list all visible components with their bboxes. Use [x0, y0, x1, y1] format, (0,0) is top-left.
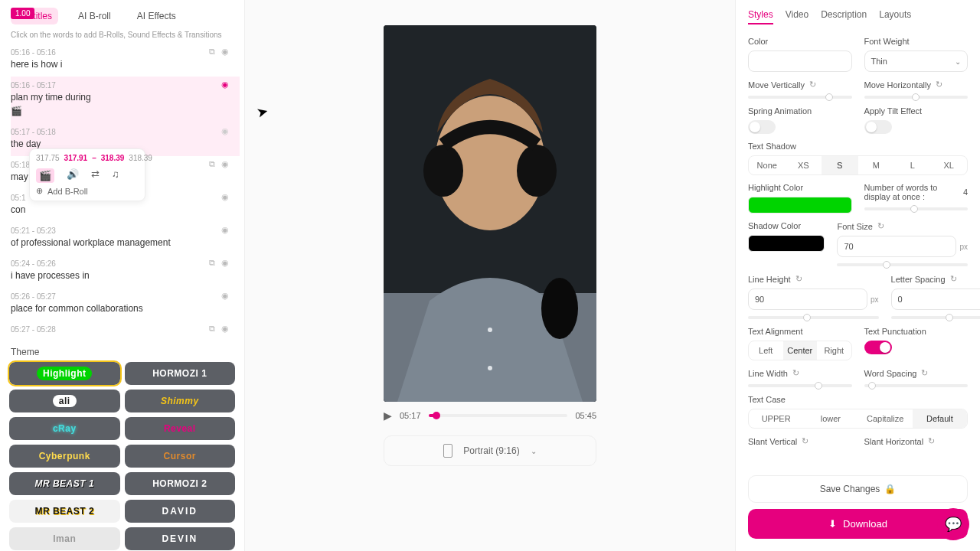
subtitle-row[interactable]: 05:16 - 05:17 plan my time during 🎬 ◉ — [11, 77, 240, 123]
theme-mrbeast2[interactable]: MR BEAST 2 — [9, 500, 120, 523]
line-height-slider[interactable] — [748, 316, 879, 319]
reset-icon[interactable]: ↻ — [802, 436, 808, 446]
case-upper[interactable]: UPPER — [749, 409, 803, 428]
tab-video[interactable]: Video — [786, 9, 808, 24]
highlight-color-swatch[interactable] — [748, 197, 852, 214]
font-weight-select[interactable]: Thin⌄ — [864, 51, 969, 72]
eye-icon[interactable]: ◉ — [221, 126, 229, 136]
shadow-color-swatch[interactable] — [748, 235, 825, 252]
letter-spacing-input[interactable] — [891, 289, 980, 310]
subtitle-row[interactable]: 05:21 - 05:23 of professional workplace … — [11, 222, 240, 255]
theme-reveal[interactable]: Reveal — [125, 417, 236, 440]
broll-icon[interactable]: 🎬 — [36, 168, 54, 183]
font-size-slider[interactable] — [837, 263, 968, 266]
theme-mrbeast1[interactable]: MR BEAST 1 — [9, 472, 120, 495]
align-center[interactable]: Center — [783, 341, 818, 360]
theme-devin[interactable]: DEVIN — [125, 527, 236, 550]
shadow-xl[interactable]: XL — [931, 156, 968, 174]
music-icon[interactable]: ♫ — [112, 168, 119, 183]
eye-icon[interactable]: ◉ — [221, 225, 229, 235]
copy-icon[interactable]: ⧉ — [209, 159, 215, 169]
eye-icon[interactable]: ◉ — [221, 291, 229, 301]
subtitle-row[interactable]: 05:27 - 05:28 ⧉◉ — [11, 321, 240, 341]
download-button[interactable]: ⬇Download — [748, 509, 968, 539]
broll-marker-icon[interactable]: 🎬 — [11, 106, 22, 116]
tab-description[interactable]: Description — [821, 9, 867, 24]
case-default[interactable]: Default — [913, 409, 967, 428]
letter-spacing-slider[interactable] — [891, 316, 980, 319]
reset-icon[interactable]: ↻ — [921, 368, 928, 378]
reset-icon[interactable]: ↻ — [877, 221, 884, 231]
shadow-m[interactable]: M — [858, 156, 895, 174]
shadow-s[interactable]: S — [822, 156, 858, 174]
reset-icon[interactable]: ↻ — [809, 80, 816, 90]
tab-layouts[interactable]: Layouts — [879, 9, 911, 24]
text-alignment-segment: Left Center Right — [748, 341, 852, 360]
theme-cyberpunk[interactable]: Cyberpunk — [9, 445, 120, 468]
eye-icon[interactable]: ◉ — [221, 159, 229, 169]
word-spacing-slider[interactable] — [864, 384, 969, 387]
font-size-input[interactable] — [837, 236, 956, 257]
eye-icon[interactable]: ◉ — [221, 258, 229, 268]
words-count-value: 4 — [963, 187, 968, 197]
shadow-l[interactable]: L — [894, 156, 931, 174]
subtitle-row[interactable]: 05:16 - 05:16 here is how i ⧉◉ — [11, 44, 240, 77]
reset-icon[interactable]: ↻ — [795, 274, 802, 284]
subtitle-text: the day — [11, 139, 240, 149]
eye-icon[interactable]: ◉ — [221, 192, 229, 202]
theme-iman[interactable]: Iman — [9, 527, 120, 550]
theme-shimmy[interactable]: Shimmy — [125, 390, 236, 412]
theme-highlight[interactable]: Highlight — [9, 362, 120, 385]
aspect-ratio-select[interactable]: Portrait (9:16) ⌄ — [384, 435, 596, 466]
reset-icon[interactable]: ↻ — [950, 274, 957, 284]
spring-animation-toggle[interactable] — [748, 120, 776, 134]
text-punctuation-toggle[interactable] — [864, 341, 892, 354]
shadow-none[interactable]: None — [749, 156, 786, 174]
copy-icon[interactable]: ⧉ — [209, 324, 215, 334]
subtitle-row[interactable]: 05:26 - 05:27 place for common collabora… — [11, 288, 240, 321]
align-right[interactable]: Right — [817, 341, 851, 360]
copy-icon[interactable]: ⧉ — [209, 47, 215, 57]
tilt-effect-toggle[interactable] — [864, 120, 892, 134]
text-case-segment: UPPER lower Capitalize Default — [748, 409, 968, 429]
eye-icon[interactable]: ◉ — [221, 80, 229, 90]
shadow-xs[interactable]: XS — [786, 156, 822, 174]
tab-styles[interactable]: Styles — [748, 9, 773, 24]
move-horizontally-slider[interactable] — [864, 96, 969, 99]
svg-point-3 — [423, 145, 463, 197]
reset-icon[interactable]: ↻ — [936, 80, 942, 90]
subtitle-text: here is how i — [11, 59, 240, 70]
words-count-slider[interactable] — [864, 207, 969, 210]
play-icon[interactable]: ▶ — [384, 409, 392, 422]
case-capitalize[interactable]: Capitalize — [858, 409, 913, 428]
timeline-scrubber[interactable] — [429, 414, 568, 417]
theme-cursor[interactable]: Cursor — [125, 445, 236, 468]
video-preview[interactable] — [384, 25, 596, 402]
line-height-input[interactable] — [748, 289, 867, 310]
reset-icon[interactable]: ↻ — [928, 436, 935, 446]
sound-icon[interactable]: 🔊 — [67, 168, 79, 183]
color-input[interactable] — [748, 51, 852, 72]
eye-icon[interactable]: ◉ — [221, 47, 229, 57]
reset-icon[interactable]: ↻ — [792, 368, 799, 378]
tab-ai-effects[interactable]: AI Effects — [131, 8, 182, 24]
tab-ai-broll[interactable]: AI B-roll — [72, 8, 117, 24]
add-broll-button[interactable]: ⊕Add B-Roll — [36, 186, 139, 196]
align-left[interactable]: Left — [749, 341, 783, 360]
theme-hormozi1[interactable]: HORMOZI 1 — [125, 362, 236, 385]
eye-icon[interactable]: ◉ — [221, 324, 229, 334]
subtitle-row[interactable]: 05:24 - 05:26 i have processes in ⧉◉ — [11, 255, 240, 288]
theme-ali[interactable]: ali — [9, 390, 120, 412]
time-start[interactable]: 317.91 — [64, 154, 88, 162]
theme-hormozi2[interactable]: HORMOZI 2 — [125, 472, 236, 495]
move-vertically-slider[interactable] — [748, 96, 852, 99]
time-end[interactable]: 318.39 — [101, 154, 125, 162]
theme-david[interactable]: DAVID — [125, 500, 236, 523]
save-changes-button[interactable]: Save Changes🔒 — [748, 475, 968, 503]
chat-fab[interactable]: 💬 — [937, 508, 969, 540]
transition-icon[interactable]: ⇄ — [91, 168, 100, 183]
case-lower[interactable]: lower — [803, 409, 858, 428]
theme-cray[interactable]: cRay — [9, 417, 120, 440]
line-width-slider[interactable] — [748, 384, 852, 387]
copy-icon[interactable]: ⧉ — [209, 258, 215, 268]
